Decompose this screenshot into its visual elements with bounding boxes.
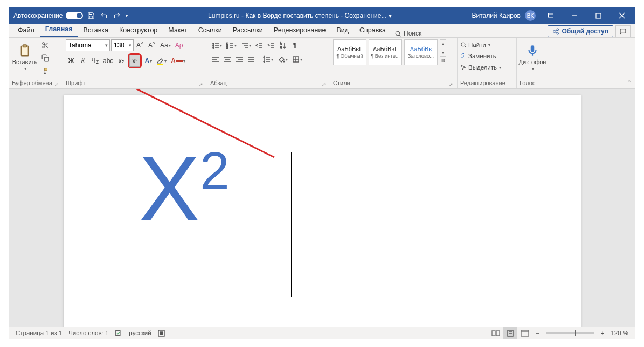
undo-icon[interactable] xyxy=(99,11,109,20)
sort-button[interactable]: AЯ xyxy=(278,39,288,51)
change-case-button[interactable]: Aa▾ xyxy=(158,39,172,51)
user-name: Виталий Каиров xyxy=(472,12,521,19)
word-count[interactable]: Число слов: 1 xyxy=(65,327,112,339)
align-center-button[interactable] xyxy=(222,53,233,65)
shading-button[interactable]: ▾ xyxy=(276,53,289,65)
style-normal[interactable]: АаБбВвГ¶ Обычный xyxy=(333,39,366,65)
tab-insert[interactable]: Вставка xyxy=(78,24,114,37)
show-marks-button[interactable]: ¶ xyxy=(289,39,300,51)
page-indicator[interactable]: Страница 1 из 1 xyxy=(12,327,65,339)
bold-button[interactable]: Ж xyxy=(66,55,77,67)
paste-button[interactable]: Вставить ▾ xyxy=(12,39,38,75)
share-button[interactable]: Общий доступ xyxy=(548,25,613,37)
search-box[interactable]: Поиск xyxy=(394,30,421,37)
find-button[interactable]: Найти▾ xyxy=(460,39,514,50)
title-bar: Автосохранение ▾ Lumpics.ru - Как в Ворд… xyxy=(9,8,635,24)
minimize-button[interactable] xyxy=(564,8,585,24)
collapse-ribbon-button[interactable]: ⌃ xyxy=(627,79,632,86)
superscript-button[interactable]: x² xyxy=(129,55,140,67)
group-clipboard-title: Буфер обмена xyxy=(12,79,52,87)
cut-button[interactable] xyxy=(40,39,51,51)
highlight-color-button[interactable]: ▾ xyxy=(155,55,168,67)
tab-layout[interactable]: Макет xyxy=(163,24,192,37)
bucket-icon xyxy=(278,55,285,63)
autosave-label: Автосохранение xyxy=(13,12,63,19)
underline-button[interactable]: Ч▾ xyxy=(89,55,100,67)
justify-button[interactable] xyxy=(246,53,257,65)
print-layout-button[interactable] xyxy=(503,327,517,339)
outdent-icon xyxy=(255,41,263,49)
tab-file[interactable]: Файл xyxy=(12,24,40,37)
paragraph-launcher[interactable]: ⤢ xyxy=(321,82,327,87)
close-button[interactable] xyxy=(611,8,633,24)
copy-button[interactable] xyxy=(40,52,51,64)
line-spacing-button[interactable]: ▾ xyxy=(261,53,275,65)
grow-font-button[interactable]: A˄ xyxy=(135,39,146,51)
styles-scroll[interactable]: ▴▾⊟ xyxy=(440,39,446,65)
strike-button[interactable]: abc xyxy=(101,55,115,67)
increase-indent-button[interactable] xyxy=(266,39,276,51)
save-icon[interactable] xyxy=(86,11,96,20)
macro-indicator[interactable] xyxy=(155,327,168,339)
redo-icon[interactable] xyxy=(112,11,122,20)
web-layout-button[interactable] xyxy=(517,327,532,339)
format-painter-button[interactable] xyxy=(40,65,51,77)
styles-launcher[interactable]: ⤢ xyxy=(448,82,454,87)
bullets-button[interactable]: ▾ xyxy=(210,39,224,51)
maximize-button[interactable] xyxy=(587,8,609,24)
group-styles: АаБбВвГ¶ Обычный АаБбВвГ¶ Без инте... Аа… xyxy=(330,38,458,88)
style-nospacing[interactable]: АаБбВвГ¶ Без инте... xyxy=(369,39,402,65)
decrease-indent-button[interactable] xyxy=(254,39,265,51)
font-name-select[interactable]: Tahoma xyxy=(66,39,110,51)
comments-button[interactable] xyxy=(615,25,631,37)
subscript-button[interactable]: x₂ xyxy=(116,55,127,67)
read-mode-button[interactable] xyxy=(488,327,503,339)
language-indicator[interactable]: русский xyxy=(126,327,154,339)
italic-button[interactable]: К xyxy=(78,55,88,67)
document-text: X2 xyxy=(139,143,230,234)
document-area[interactable]: X2 xyxy=(9,89,635,327)
multilevel-button[interactable]: ▾ xyxy=(239,39,253,51)
font-launcher[interactable]: ⤢ xyxy=(198,82,204,87)
style-preview: АаБбВвГ xyxy=(337,46,362,52)
tab-home[interactable]: Главная xyxy=(40,23,78,37)
borders-button[interactable]: ▾ xyxy=(290,53,304,65)
style-heading1[interactable]: АаБбВвЗаголово... xyxy=(404,39,438,65)
print-layout-icon xyxy=(507,330,514,337)
autosave-toggle[interactable] xyxy=(66,12,83,19)
user-avatar[interactable]: ВК xyxy=(525,10,536,21)
zoom-out-button[interactable]: − xyxy=(532,327,543,339)
font-size-select[interactable]: 130 xyxy=(111,39,134,51)
select-button[interactable]: Выделить▾ xyxy=(460,62,514,73)
svg-rect-78 xyxy=(521,330,529,336)
clear-format-button[interactable]: Aρ xyxy=(174,39,185,51)
spellcheck-button[interactable] xyxy=(112,327,126,339)
tab-help[interactable]: Справка xyxy=(354,24,391,37)
base-char: X xyxy=(139,137,200,240)
zoom-in-button[interactable]: + xyxy=(598,327,608,339)
page: X2 xyxy=(64,95,581,327)
tab-review[interactable]: Рецензирование xyxy=(268,24,331,37)
tab-mailings[interactable]: Рассылки xyxy=(227,24,268,37)
svg-rect-14 xyxy=(23,45,27,47)
text-effects-button[interactable]: A▾ xyxy=(143,55,154,67)
align-left-button[interactable] xyxy=(210,53,221,65)
svg-line-19 xyxy=(44,44,45,45)
align-right-button[interactable] xyxy=(234,53,245,65)
tab-design[interactable]: Конструктор xyxy=(114,24,163,37)
clipboard-launcher[interactable]: ⤢ xyxy=(53,82,60,87)
tab-references[interactable]: Ссылки xyxy=(193,24,227,37)
dictate-button[interactable]: Диктофон▾ xyxy=(520,39,545,75)
tab-view[interactable]: Вид xyxy=(331,24,354,37)
font-color-button[interactable]: A▾ xyxy=(169,55,187,67)
numbering-button[interactable]: 123▾ xyxy=(225,39,238,51)
paste-label: Вставить xyxy=(12,59,38,65)
shrink-font-button[interactable]: A˅ xyxy=(147,39,157,51)
group-editing: Найти▾ Заменить Выделить▾ Редактирование xyxy=(458,38,517,88)
zoom-slider[interactable] xyxy=(546,332,594,334)
group-clipboard: Вставить ▾ Буфер обмена⤢ xyxy=(9,38,63,88)
replace-button[interactable]: Заменить xyxy=(460,51,514,61)
line-spacing-icon xyxy=(263,55,271,63)
ribbon-display-icon[interactable] xyxy=(540,8,562,24)
zoom-level[interactable]: 120 % xyxy=(607,327,632,339)
